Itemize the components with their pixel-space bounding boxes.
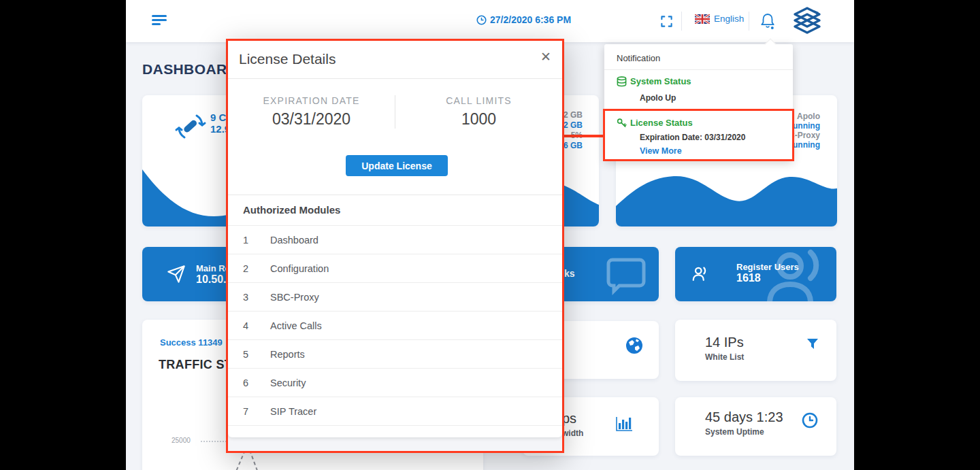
module-row: 1 Dashboard <box>228 226 562 254</box>
module-row: 3 SBC-Proxy <box>228 283 562 312</box>
authorized-modules-title: Authorized Modules <box>243 204 340 216</box>
system-status-label[interactable]: System Status <box>630 76 691 86</box>
bandwidth-value: ps <box>562 411 583 426</box>
module-row: 7 SIP Tracer <box>228 397 562 426</box>
close-icon[interactable]: ✕ <box>540 49 551 65</box>
notification-dropdown: Notification System Status Apolo Up Lice… <box>604 44 793 161</box>
divider <box>228 195 562 195</box>
bar-chart-icon <box>615 415 633 433</box>
expiration-value: 03/31/2020 <box>228 110 395 129</box>
notification-title: Notification <box>617 53 660 63</box>
view-more-link[interactable]: View More <box>640 146 682 156</box>
module-name: Active Calls <box>270 320 322 331</box>
page-title: DASHBOARD <box>142 61 238 78</box>
module-number: 7 <box>243 406 248 417</box>
module-number: 2 <box>243 263 248 274</box>
language-label: English <box>714 14 744 24</box>
white-list-value: 14 IPs <box>705 335 744 350</box>
highlight-connector <box>564 135 606 137</box>
module-name: Security <box>270 377 306 388</box>
users-icon <box>691 264 711 284</box>
send-icon <box>167 265 186 284</box>
license-details-modal: License Details ✕ EXPIRATION DATE 03/31/… <box>226 39 564 453</box>
module-name: Reports <box>270 349 305 360</box>
module-row: 2 Configuration <box>228 254 562 283</box>
module-number: 6 <box>243 377 248 388</box>
stat-row: 2 GB <box>564 110 583 120</box>
license-status-detail: Expiration Date: 03/31/2020 <box>640 133 745 142</box>
filter-icon <box>807 339 818 349</box>
stat-row: 2 GB <box>564 120 583 131</box>
notifications-button[interactable] <box>760 12 776 30</box>
expiration-label: EXPIRATION DATE <box>228 95 395 106</box>
expiration-block: EXPIRATION DATE 03/31/2020 <box>228 95 395 129</box>
trunks-label: ks <box>564 269 575 279</box>
system-status-detail: Apolo Up <box>640 93 676 103</box>
uk-flag-icon <box>695 14 710 24</box>
module-name: SIP Tracer <box>270 406 316 417</box>
language-selector[interactable]: English <box>695 14 744 24</box>
clock-icon <box>476 15 487 25</box>
divider <box>604 69 793 70</box>
white-list-label: White List <box>705 352 744 362</box>
call-limits-label: CALL LIMITS <box>395 95 562 106</box>
modules-list: 1 Dashboard 2 Configuration 3 SBC-Proxy … <box>228 225 562 426</box>
menu-toggle-button[interactable] <box>152 15 168 27</box>
divider <box>749 12 749 31</box>
chat-bubble-icon <box>604 253 648 297</box>
module-row: 5 Reports <box>228 340 562 369</box>
calls-sync-icon <box>174 110 207 143</box>
users-ghost-icon <box>757 248 832 301</box>
update-license-button[interactable]: Update License <box>346 155 448 176</box>
database-icon <box>617 76 627 87</box>
register-users-card: Register Users 1618 <box>675 247 836 301</box>
module-number: 4 <box>243 320 248 331</box>
app-logo <box>791 5 823 37</box>
module-name: Configuration <box>270 263 329 274</box>
uptime-value: 45 days 1:23 <box>705 409 783 425</box>
white-list-card: 14 IPs White List <box>675 320 836 381</box>
clock-icon <box>802 412 818 429</box>
datetime-text: 27/2/2020 6:36 PM <box>490 14 571 25</box>
top-bar: 27/2/2020 6:36 PM English <box>126 0 854 42</box>
call-limits-value: 1000 <box>395 110 562 129</box>
key-icon <box>617 118 627 128</box>
divider <box>681 12 682 31</box>
divider <box>228 78 562 79</box>
uptime-label: System Uptime <box>705 427 783 437</box>
module-row: 6 Security <box>228 369 562 397</box>
bandwidth-label: width <box>562 429 583 438</box>
module-name: Dashboard <box>270 235 318 246</box>
module-number: 5 <box>243 349 248 360</box>
datetime-display: 27/2/2020 6:36 PM <box>476 14 571 25</box>
modal-content: License Details ✕ EXPIRATION DATE 03/31/… <box>228 41 562 437</box>
app-window: DASHBOARD 9 Calls 12.928 2 GB 2 GB 5% 6 … <box>126 0 854 470</box>
globe-icon <box>625 337 643 354</box>
module-number: 3 <box>243 292 248 303</box>
uptime-card: 45 days 1:23 System Uptime <box>675 397 836 456</box>
modal-title: License Details <box>239 51 336 67</box>
module-number: 1 <box>243 235 248 246</box>
license-status-label[interactable]: License Status <box>630 118 693 128</box>
module-row: 4 Active Calls <box>228 312 562 340</box>
servers-wave-chart <box>616 164 837 226</box>
module-name: SBC-Proxy <box>270 292 319 303</box>
fullscreen-button[interactable] <box>660 15 673 28</box>
call-limits-block: CALL LIMITS 1000 <box>395 95 562 129</box>
stat-row: 6 GB <box>564 141 583 151</box>
